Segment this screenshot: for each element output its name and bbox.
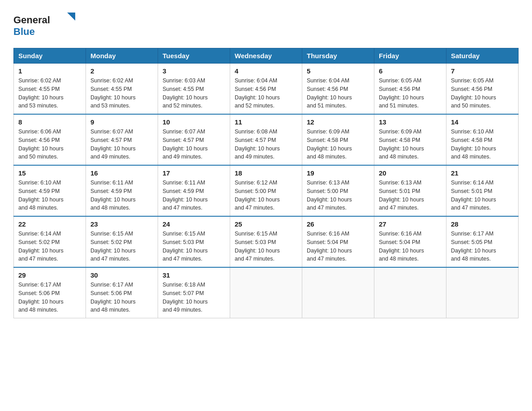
- day-number: 22: [18, 220, 81, 228]
- day-info: Sunrise: 6:05 AM Sunset: 4:56 PM Dayligh…: [451, 77, 514, 110]
- page-header: General Blue: [13, 9, 519, 40]
- calendar-cell: [302, 267, 374, 318]
- calendar-cell: 13 Sunrise: 6:09 AM Sunset: 4:58 PM Dayl…: [374, 114, 446, 165]
- calendar-cell: 4 Sunrise: 6:04 AM Sunset: 4:56 PM Dayli…: [230, 64, 302, 115]
- day-info: Sunrise: 6:02 AM Sunset: 4:55 PM Dayligh…: [90, 77, 153, 110]
- calendar-week-row: 29 Sunrise: 6:17 AM Sunset: 5:06 PM Dayl…: [14, 267, 519, 318]
- calendar-cell: 10 Sunrise: 6:07 AM Sunset: 4:57 PM Dayl…: [158, 114, 230, 165]
- day-info: Sunrise: 6:16 AM Sunset: 5:04 PM Dayligh…: [307, 230, 369, 263]
- col-header-friday: Friday: [374, 48, 446, 64]
- calendar-cell: 19 Sunrise: 6:13 AM Sunset: 5:00 PM Dayl…: [302, 165, 374, 216]
- calendar-cell: 12 Sunrise: 6:09 AM Sunset: 4:58 PM Dayl…: [302, 114, 374, 165]
- day-info: Sunrise: 6:15 AM Sunset: 5:03 PM Dayligh…: [235, 230, 297, 263]
- day-number: 23: [90, 220, 153, 228]
- svg-text:Blue: Blue: [13, 26, 35, 37]
- svg-marker-1: [67, 13, 75, 21]
- day-number: 10: [163, 118, 225, 126]
- calendar-cell: 17 Sunrise: 6:11 AM Sunset: 4:59 PM Dayl…: [158, 165, 230, 216]
- calendar-cell: 28 Sunrise: 6:17 AM Sunset: 5:05 PM Dayl…: [446, 216, 519, 267]
- day-info: Sunrise: 6:17 AM Sunset: 5:06 PM Dayligh…: [90, 281, 153, 314]
- calendar-cell: 27 Sunrise: 6:16 AM Sunset: 5:04 PM Dayl…: [374, 216, 446, 267]
- day-info: Sunrise: 6:04 AM Sunset: 4:56 PM Dayligh…: [235, 77, 297, 110]
- col-header-monday: Monday: [86, 48, 158, 64]
- calendar-table: SundayMondayTuesdayWednesdayThursdayFrid…: [13, 48, 519, 318]
- day-number: 7: [451, 67, 514, 75]
- day-info: Sunrise: 6:08 AM Sunset: 4:57 PM Dayligh…: [235, 128, 297, 161]
- logo: General Blue: [13, 9, 81, 40]
- day-info: Sunrise: 6:02 AM Sunset: 4:55 PM Dayligh…: [18, 77, 81, 110]
- calendar-cell: 31 Sunrise: 6:18 AM Sunset: 5:07 PM Dayl…: [158, 267, 230, 318]
- calendar-cell: 25 Sunrise: 6:15 AM Sunset: 5:03 PM Dayl…: [230, 216, 302, 267]
- calendar-cell: 5 Sunrise: 6:04 AM Sunset: 4:56 PM Dayli…: [302, 64, 374, 115]
- day-number: 31: [163, 271, 225, 279]
- day-number: 15: [18, 169, 81, 177]
- day-number: 28: [451, 220, 514, 228]
- calendar-cell: 2 Sunrise: 6:02 AM Sunset: 4:55 PM Dayli…: [86, 64, 158, 115]
- day-info: Sunrise: 6:14 AM Sunset: 5:01 PM Dayligh…: [451, 179, 514, 212]
- calendar-cell: 26 Sunrise: 6:16 AM Sunset: 5:04 PM Dayl…: [302, 216, 374, 267]
- calendar-cell: 18 Sunrise: 6:12 AM Sunset: 5:00 PM Dayl…: [230, 165, 302, 216]
- day-info: Sunrise: 6:06 AM Sunset: 4:56 PM Dayligh…: [18, 128, 81, 161]
- calendar-cell: [374, 267, 446, 318]
- calendar-cell: 9 Sunrise: 6:07 AM Sunset: 4:57 PM Dayli…: [86, 114, 158, 165]
- day-number: 1: [18, 67, 81, 75]
- calendar-cell: 22 Sunrise: 6:14 AM Sunset: 5:02 PM Dayl…: [14, 216, 86, 267]
- day-number: 4: [235, 67, 297, 75]
- day-number: 29: [18, 271, 81, 279]
- calendar-week-row: 22 Sunrise: 6:14 AM Sunset: 5:02 PM Dayl…: [14, 216, 519, 267]
- day-info: Sunrise: 6:12 AM Sunset: 5:00 PM Dayligh…: [235, 179, 297, 212]
- day-number: 3: [163, 67, 225, 75]
- calendar-cell: 21 Sunrise: 6:14 AM Sunset: 5:01 PM Dayl…: [446, 165, 519, 216]
- col-header-sunday: Sunday: [14, 48, 86, 64]
- calendar-cell: 1 Sunrise: 6:02 AM Sunset: 4:55 PM Dayli…: [14, 64, 86, 115]
- day-info: Sunrise: 6:04 AM Sunset: 4:56 PM Dayligh…: [307, 77, 369, 110]
- calendar-cell: 6 Sunrise: 6:05 AM Sunset: 4:56 PM Dayli…: [374, 64, 446, 115]
- day-info: Sunrise: 6:09 AM Sunset: 4:58 PM Dayligh…: [307, 128, 369, 161]
- svg-text:General: General: [13, 14, 50, 26]
- day-number: 25: [235, 220, 297, 228]
- day-number: 24: [163, 220, 225, 228]
- day-info: Sunrise: 6:13 AM Sunset: 5:00 PM Dayligh…: [307, 179, 369, 212]
- calendar-cell: 24 Sunrise: 6:15 AM Sunset: 5:03 PM Dayl…: [158, 216, 230, 267]
- day-number: 11: [235, 118, 297, 126]
- day-number: 5: [307, 67, 369, 75]
- day-number: 17: [163, 169, 225, 177]
- day-info: Sunrise: 6:13 AM Sunset: 5:01 PM Dayligh…: [379, 179, 442, 212]
- day-info: Sunrise: 6:07 AM Sunset: 4:57 PM Dayligh…: [90, 128, 153, 161]
- calendar-cell: 15 Sunrise: 6:10 AM Sunset: 4:59 PM Dayl…: [14, 165, 86, 216]
- day-number: 20: [379, 169, 442, 177]
- day-number: 12: [307, 118, 369, 126]
- calendar-header-row: SundayMondayTuesdayWednesdayThursdayFrid…: [14, 48, 519, 64]
- col-header-tuesday: Tuesday: [158, 48, 230, 64]
- calendar-cell: [230, 267, 302, 318]
- calendar-cell: 8 Sunrise: 6:06 AM Sunset: 4:56 PM Dayli…: [14, 114, 86, 165]
- day-info: Sunrise: 6:17 AM Sunset: 5:06 PM Dayligh…: [18, 281, 81, 314]
- day-number: 21: [451, 169, 514, 177]
- calendar-cell: 3 Sunrise: 6:03 AM Sunset: 4:55 PM Dayli…: [158, 64, 230, 115]
- logo-content: General Blue: [13, 9, 81, 40]
- day-info: Sunrise: 6:09 AM Sunset: 4:58 PM Dayligh…: [379, 128, 442, 161]
- day-number: 13: [379, 118, 442, 126]
- day-number: 2: [90, 67, 153, 75]
- day-number: 14: [451, 118, 514, 126]
- day-number: 6: [379, 67, 442, 75]
- calendar-cell: 30 Sunrise: 6:17 AM Sunset: 5:06 PM Dayl…: [86, 267, 158, 318]
- day-number: 19: [307, 169, 369, 177]
- day-number: 8: [18, 118, 81, 126]
- day-info: Sunrise: 6:18 AM Sunset: 5:07 PM Dayligh…: [163, 281, 225, 314]
- day-info: Sunrise: 6:07 AM Sunset: 4:57 PM Dayligh…: [163, 128, 225, 161]
- calendar-week-row: 15 Sunrise: 6:10 AM Sunset: 4:59 PM Dayl…: [14, 165, 519, 216]
- calendar-cell: 7 Sunrise: 6:05 AM Sunset: 4:56 PM Dayli…: [446, 64, 519, 115]
- day-number: 18: [235, 169, 297, 177]
- col-header-saturday: Saturday: [446, 48, 519, 64]
- day-info: Sunrise: 6:15 AM Sunset: 5:02 PM Dayligh…: [90, 230, 153, 263]
- day-number: 26: [307, 220, 369, 228]
- calendar-cell: 20 Sunrise: 6:13 AM Sunset: 5:01 PM Dayl…: [374, 165, 446, 216]
- day-info: Sunrise: 6:16 AM Sunset: 5:04 PM Dayligh…: [379, 230, 442, 263]
- day-info: Sunrise: 6:17 AM Sunset: 5:05 PM Dayligh…: [451, 230, 514, 263]
- day-info: Sunrise: 6:05 AM Sunset: 4:56 PM Dayligh…: [379, 77, 442, 110]
- col-header-thursday: Thursday: [302, 48, 374, 64]
- day-info: Sunrise: 6:14 AM Sunset: 5:02 PM Dayligh…: [18, 230, 81, 263]
- calendar-cell: 16 Sunrise: 6:11 AM Sunset: 4:59 PM Dayl…: [86, 165, 158, 216]
- day-info: Sunrise: 6:03 AM Sunset: 4:55 PM Dayligh…: [163, 77, 225, 110]
